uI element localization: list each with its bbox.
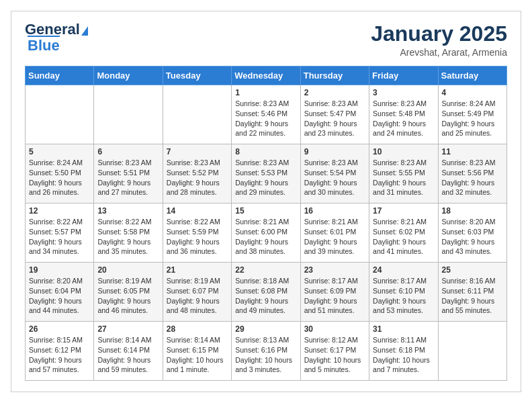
sunset-text: Sunset: 5:49 PM: [442, 109, 494, 118]
day-info: Sunrise: 8:23 AM Sunset: 5:47 PM Dayligh…: [304, 99, 365, 138]
daylight-text: Daylight: 9 hours and 46 minutes.: [97, 297, 150, 315]
sunset-text: Sunset: 5:55 PM: [373, 169, 425, 177]
header-saturday: Saturday: [438, 66, 506, 85]
logo-blue: Blue: [28, 36, 60, 54]
sunrise-text: Sunrise: 8:12 AM: [304, 336, 358, 344]
table-row: 19 Sunrise: 8:20 AM Sunset: 6:04 PM Dayl…: [26, 263, 94, 322]
table-row: 6 Sunrise: 8:23 AM Sunset: 5:51 PM Dayli…: [94, 144, 163, 203]
sunset-text: Sunset: 5:57 PM: [29, 228, 81, 236]
table-row: 23 Sunrise: 8:17 AM Sunset: 6:09 PM Dayl…: [300, 263, 369, 322]
daylight-text: Daylight: 10 hours and 5 minutes.: [304, 356, 361, 374]
day-number: 23: [304, 265, 365, 275]
table-row: 2 Sunrise: 8:23 AM Sunset: 5:47 PM Dayli…: [300, 85, 369, 144]
day-info: Sunrise: 8:23 AM Sunset: 5:48 PM Dayligh…: [373, 99, 434, 138]
header-wednesday: Wednesday: [232, 66, 300, 85]
sunrise-text: Sunrise: 8:24 AM: [442, 99, 496, 107]
daylight-text: Daylight: 9 hours and 39 minutes.: [304, 238, 357, 256]
sunrise-text: Sunrise: 8:23 AM: [304, 158, 358, 167]
day-number: 3: [373, 88, 434, 97]
sunrise-text: Sunrise: 8:17 AM: [304, 277, 358, 285]
day-number: 7: [167, 147, 228, 156]
table-row: 9 Sunrise: 8:23 AM Sunset: 5:54 PM Dayli…: [300, 144, 369, 203]
day-number: 20: [97, 265, 159, 275]
table-row: 3 Sunrise: 8:23 AM Sunset: 5:48 PM Dayli…: [369, 85, 438, 144]
day-number: 25: [442, 265, 503, 275]
header-friday: Friday: [369, 66, 438, 85]
day-number: 4: [442, 88, 503, 97]
sunrise-text: Sunrise: 8:22 AM: [29, 218, 83, 226]
sunset-text: Sunset: 5:54 PM: [304, 169, 357, 177]
table-row: 1 Sunrise: 8:23 AM Sunset: 5:46 PM Dayli…: [232, 85, 300, 144]
header-thursday: Thursday: [300, 66, 369, 85]
sunrise-text: Sunrise: 8:23 AM: [235, 158, 289, 167]
sunrise-text: Sunrise: 8:19 AM: [167, 277, 220, 285]
weekday-header-row: Sunday Monday Tuesday Wednesday Thursday…: [26, 66, 507, 85]
day-number: 12: [29, 206, 90, 216]
sunrise-text: Sunrise: 8:17 AM: [373, 277, 427, 285]
sunset-text: Sunset: 6:01 PM: [304, 228, 357, 236]
table-row: 18 Sunrise: 8:20 AM Sunset: 6:03 PM Dayl…: [438, 203, 506, 263]
daylight-text: Daylight: 9 hours and 35 minutes.: [97, 238, 150, 256]
table-row: 27 Sunrise: 8:14 AM Sunset: 6:14 PM Dayl…: [94, 322, 163, 381]
table-row: 24 Sunrise: 8:17 AM Sunset: 6:10 PM Dayl…: [369, 263, 438, 322]
table-row: [94, 85, 163, 144]
day-number: 22: [235, 265, 296, 275]
sunrise-text: Sunrise: 8:21 AM: [373, 218, 427, 226]
day-number: 6: [97, 147, 159, 156]
calendar-week-row: 26 Sunrise: 8:15 AM Sunset: 6:12 PM Dayl…: [26, 322, 507, 381]
sunrise-text: Sunrise: 8:23 AM: [97, 158, 151, 167]
daylight-text: Daylight: 9 hours and 25 minutes.: [442, 120, 495, 138]
day-info: Sunrise: 8:18 AM Sunset: 6:08 PM Dayligh…: [235, 276, 296, 316]
header-tuesday: Tuesday: [163, 66, 231, 85]
daylight-text: Daylight: 9 hours and 29 minutes.: [235, 179, 288, 197]
daylight-text: Daylight: 9 hours and 51 minutes.: [304, 297, 357, 315]
day-info: Sunrise: 8:23 AM Sunset: 5:46 PM Dayligh…: [235, 99, 296, 138]
day-number: 8: [235, 147, 296, 156]
daylight-text: Daylight: 9 hours and 44 minutes.: [29, 297, 82, 315]
day-info: Sunrise: 8:23 AM Sunset: 5:55 PM Dayligh…: [373, 158, 434, 197]
day-info: Sunrise: 8:19 AM Sunset: 6:05 PM Dayligh…: [97, 276, 159, 316]
day-number: 9: [304, 147, 365, 156]
calendar-week-row: 12 Sunrise: 8:22 AM Sunset: 5:57 PM Dayl…: [26, 203, 507, 263]
sunrise-text: Sunrise: 8:15 AM: [29, 336, 83, 344]
sunset-text: Sunset: 6:17 PM: [304, 346, 357, 354]
sunset-text: Sunset: 6:14 PM: [97, 346, 150, 354]
table-row: 21 Sunrise: 8:19 AM Sunset: 6:07 PM Dayl…: [163, 263, 231, 322]
table-row: 15 Sunrise: 8:21 AM Sunset: 6:00 PM Dayl…: [232, 203, 300, 263]
day-info: Sunrise: 8:21 AM Sunset: 6:01 PM Dayligh…: [304, 217, 365, 257]
sunrise-text: Sunrise: 8:16 AM: [442, 277, 496, 285]
sunrise-text: Sunrise: 8:23 AM: [304, 99, 358, 107]
sunset-text: Sunset: 6:05 PM: [97, 287, 150, 295]
day-info: Sunrise: 8:23 AM Sunset: 5:53 PM Dayligh…: [235, 158, 296, 197]
sunset-text: Sunset: 6:15 PM: [167, 346, 219, 354]
table-row: 17 Sunrise: 8:21 AM Sunset: 6:02 PM Dayl…: [369, 203, 438, 263]
sunset-text: Sunset: 6:07 PM: [167, 287, 219, 295]
day-info: Sunrise: 8:20 AM Sunset: 6:03 PM Dayligh…: [442, 217, 503, 257]
day-info: Sunrise: 8:14 AM Sunset: 6:15 PM Dayligh…: [167, 335, 228, 375]
daylight-text: Daylight: 9 hours and 57 minutes.: [29, 356, 82, 374]
sunrise-text: Sunrise: 8:23 AM: [373, 158, 427, 167]
day-info: Sunrise: 8:20 AM Sunset: 6:04 PM Dayligh…: [29, 276, 90, 316]
day-info: Sunrise: 8:17 AM Sunset: 6:10 PM Dayligh…: [373, 276, 434, 316]
day-number: 29: [235, 324, 296, 334]
day-info: Sunrise: 8:24 AM Sunset: 5:49 PM Dayligh…: [442, 99, 503, 138]
day-number: 17: [373, 206, 434, 216]
table-row: 12 Sunrise: 8:22 AM Sunset: 5:57 PM Dayl…: [26, 203, 94, 263]
table-row: 29 Sunrise: 8:13 AM Sunset: 6:16 PM Dayl…: [232, 322, 300, 381]
daylight-text: Daylight: 9 hours and 32 minutes.: [442, 179, 495, 197]
day-info: Sunrise: 8:12 AM Sunset: 6:17 PM Dayligh…: [304, 335, 365, 375]
sunset-text: Sunset: 6:16 PM: [235, 346, 287, 354]
sunset-text: Sunset: 5:47 PM: [304, 109, 357, 118]
sunset-text: Sunset: 5:56 PM: [442, 169, 494, 177]
day-info: Sunrise: 8:13 AM Sunset: 6:16 PM Dayligh…: [235, 335, 296, 375]
sunset-text: Sunset: 6:10 PM: [373, 287, 425, 295]
logo-icon-shape: [81, 26, 88, 36]
sunset-text: Sunset: 5:50 PM: [29, 169, 81, 177]
day-number: 14: [167, 206, 228, 216]
day-number: 18: [442, 206, 503, 216]
sunset-text: Sunset: 6:04 PM: [29, 287, 81, 295]
sunrise-text: Sunrise: 8:24 AM: [29, 158, 83, 167]
header-monday: Monday: [94, 66, 163, 85]
day-number: 5: [29, 147, 90, 156]
sunset-text: Sunset: 6:11 PM: [442, 287, 494, 295]
